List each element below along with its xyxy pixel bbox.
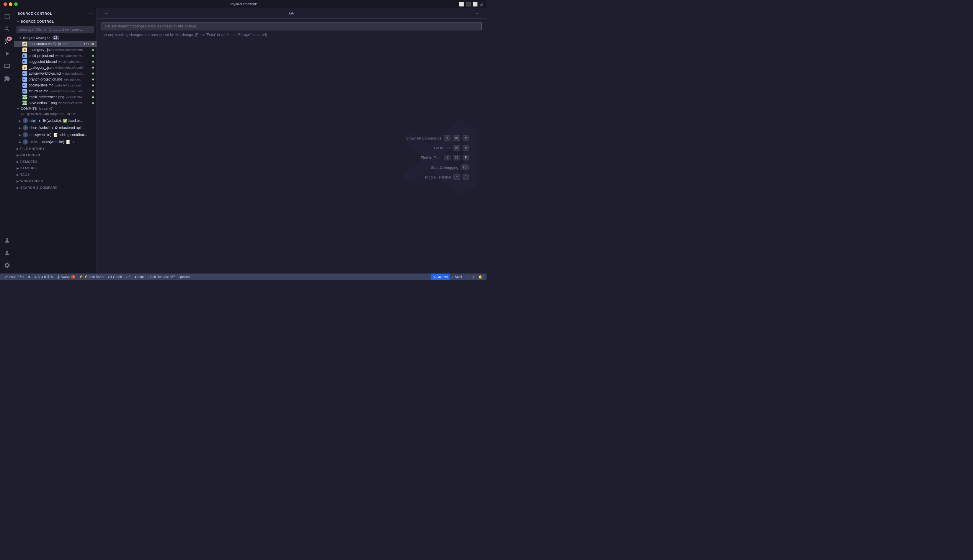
broadcast-icon: ◎ <box>472 275 475 279</box>
status-layout-icon[interactable]: ⊞ <box>464 273 470 280</box>
sidebar-header-actions[interactable]: ··· <box>89 11 93 16</box>
commit-item-1[interactable]: ▶ 👤 origin ► fix(website): ✅ fixed br... <box>14 117 97 124</box>
activity-search[interactable] <box>1 23 13 35</box>
sidebar: SOURCE CONTROL ··· ▼ SOURCE CONTROL Mess… <box>14 8 97 273</box>
titlebar: boyka-framework ⬜ ⬛ ⬜ ⊞ <box>0 0 486 8</box>
staged-changes-header[interactable]: ▼ Staged Changes 12 <box>14 35 97 41</box>
layout-icon-4[interactable]: ⊞ <box>479 2 483 7</box>
file-path-suggested: website/docs/co... <box>58 60 91 63</box>
shortcut-key-shift-3: ⇧ <box>444 155 451 160</box>
commit-message-input[interactable]: Message (⌘Enter to commit on 'issue-... <box>17 26 94 33</box>
commit-avatar-1: 👤 <box>23 118 28 123</box>
commit-item-3[interactable]: ▶ 👤 docs(website): 📝 adding contribut... <box>14 131 97 138</box>
input-hint-text: List any breaking changes or issues clos… <box>102 30 482 39</box>
file-item-suggested[interactable]: M↓ suggested-ide.md website/docs/co... A <box>14 59 97 65</box>
shortcut-label-3: Find in Files <box>421 155 441 160</box>
activity-remote[interactable] <box>1 60 13 72</box>
layout-icon-3[interactable]: ⬜ <box>472 2 477 7</box>
file-item-intellij[interactable]: PNG intellij-preferences.png website/sta… <box>14 94 97 100</box>
file-item-action[interactable]: M↓ action-workflows.md website/docs/... … <box>14 70 97 77</box>
shortcut-label-2: Go to File <box>434 146 451 150</box>
titlebar-buttons <box>3 2 18 6</box>
status-check[interactable]: ✓✓ <box>124 273 133 280</box>
file-icon-js: JS <box>22 42 27 46</box>
maximize-button[interactable] <box>14 2 18 6</box>
sidebar-header: SOURCE CONTROL ··· <box>14 8 97 18</box>
activity-source-control[interactable]: 15 <box>1 35 13 47</box>
status-git-branch[interactable]: ⎇ issue-47*+ <box>2 273 26 280</box>
file-history-section[interactable]: ▶ FILE HISTORY <box>14 145 97 152</box>
status-broadcast[interactable]: ◎ <box>470 273 476 280</box>
file-item-category1[interactable]: {} _category_.json website/docs/contri..… <box>14 47 97 53</box>
status-quokka[interactable]: Quokka <box>177 273 192 280</box>
window-title: boyka-framework <box>230 2 257 6</box>
live-share-icon: ⚡ <box>79 275 83 279</box>
worktrees-section[interactable]: ▶ WORKTREES <box>14 178 97 184</box>
stashes-label: STASHES <box>20 167 37 170</box>
activity-testing[interactable] <box>1 235 13 247</box>
file-item-coding[interactable]: M↓ coding-style.md website/docs/contr...… <box>14 82 97 88</box>
nav-forward-button[interactable]: → <box>472 10 482 17</box>
shortcut-row-1: Show All Commands ⇧ ⌘ P <box>406 135 469 141</box>
sidebar-content: ▼ SOURCE CONTROL Message (⌘Enter to comm… <box>14 18 97 273</box>
status-color-theme[interactable]: ◈ blue <box>133 273 145 280</box>
remotes-section[interactable]: ▶ REMOTES <box>14 158 97 165</box>
shortcut-key-cmd-2: ⌘ <box>453 145 460 151</box>
commit-item-4[interactable]: ▶ 👤 / main ... docs(website): 📝 ad... <box>14 138 97 145</box>
status-user[interactable]: ⚓ Wasiq 🎁 <box>55 273 77 280</box>
up-to-date-text: Up to date with origin on GitHub <box>25 112 75 116</box>
branches-section[interactable]: ▶ BRANCHES <box>14 152 97 158</box>
shortcut-key-shift-1: ⇧ <box>444 135 451 141</box>
stashes-section[interactable]: ▶ STASHES <box>14 165 97 172</box>
source-control-badge: 15 <box>7 37 12 41</box>
breaking-changes-input[interactable] <box>102 22 482 30</box>
nav-back-button[interactable]: ← <box>102 10 111 17</box>
status-live-share[interactable]: ⚡ ⚡ Live Share <box>77 273 106 280</box>
commit-text-3: docs(website): 📝 adding contribut... <box>30 133 94 137</box>
status-go-live[interactable]: ◎ Go Live <box>431 273 450 280</box>
go-live-icon: ◎ <box>433 275 436 279</box>
status-git-graph[interactable]: Git Graph <box>106 273 124 280</box>
status-spell[interactable]: ✓ Spell <box>450 273 464 280</box>
file-status-save-action: A <box>92 101 94 105</box>
tags-section[interactable]: ▶ TAGS <box>14 172 97 178</box>
commit-avatar-4: 👤 <box>23 139 28 145</box>
file-name-save-action: save-action-1.png <box>28 101 57 105</box>
close-button[interactable] <box>3 2 7 6</box>
main-content: ← 6/6 → List any breaking changes or iss… <box>97 8 486 273</box>
file-name-structure: structure.md <box>28 89 48 93</box>
layout-icon-1[interactable]: ⬜ <box>459 2 464 7</box>
git-branch-name: issue-47*+ <box>9 275 24 278</box>
file-status-intellij: A <box>92 95 94 99</box>
file-item-branch-prot[interactable]: M↓ branch-protection.md website/doc... A <box>14 77 97 82</box>
status-notifications[interactable]: 🔔 <box>476 273 484 280</box>
activity-explorer[interactable] <box>1 11 13 22</box>
status-pull-request[interactable]: ⑂ Pull Request #67 <box>145 273 177 280</box>
activity-account[interactable] <box>1 247 13 259</box>
layout-icon-2[interactable]: ⬛ <box>466 2 471 7</box>
status-problems[interactable]: ⚠ 3 ⊘ 0 ⓘ 8 <box>32 273 54 280</box>
commit-avatar-2: 👤 <box>23 125 28 130</box>
file-item-build[interactable]: M↓ build-project.md website/docs/cont...… <box>14 53 97 59</box>
minimize-button[interactable] <box>9 2 12 6</box>
file-item-structure[interactable]: M↓ structure.md website/docs/contribut..… <box>14 88 97 94</box>
file-item-category2[interactable]: {} _category_.json website/docs/contri..… <box>14 65 97 70</box>
commit-item-2[interactable]: ▶ 👤 chore(website): ♻ refactored api s..… <box>14 124 97 131</box>
activity-settings[interactable] <box>1 259 13 271</box>
source-control-section-header[interactable]: ▼ SOURCE CONTROL <box>14 18 97 25</box>
sc-chevron: ▼ <box>17 20 20 23</box>
file-path-coding: website/docs/contr... <box>55 83 91 87</box>
file-item-save-action[interactable]: PNG save-action-1.png website/static/im.… <box>14 100 97 106</box>
activity-extensions[interactable] <box>1 73 13 84</box>
file-item-docusaurus[interactable]: JS docusaurus.config.js web... − ↩ 1, M <box>14 41 97 47</box>
commits-section-header[interactable]: ▼ COMMITS issue-47 <box>14 106 97 111</box>
search-compare-section[interactable]: ▶ SEARCH & COMPARE <box>14 184 97 191</box>
live-share-label: ⚡ Live Share <box>84 275 105 279</box>
file-name-category2: _category_.json <box>28 65 54 70</box>
status-sync[interactable]: ↺ <box>26 273 32 280</box>
file-unstage-icon[interactable]: − <box>81 42 83 46</box>
file-discard-icon[interactable]: ↩ <box>84 42 87 46</box>
shortcut-row-2: Go to File ⌘ P <box>406 145 469 151</box>
staged-count-badge: 12 <box>52 35 59 40</box>
activity-run[interactable] <box>1 48 13 60</box>
